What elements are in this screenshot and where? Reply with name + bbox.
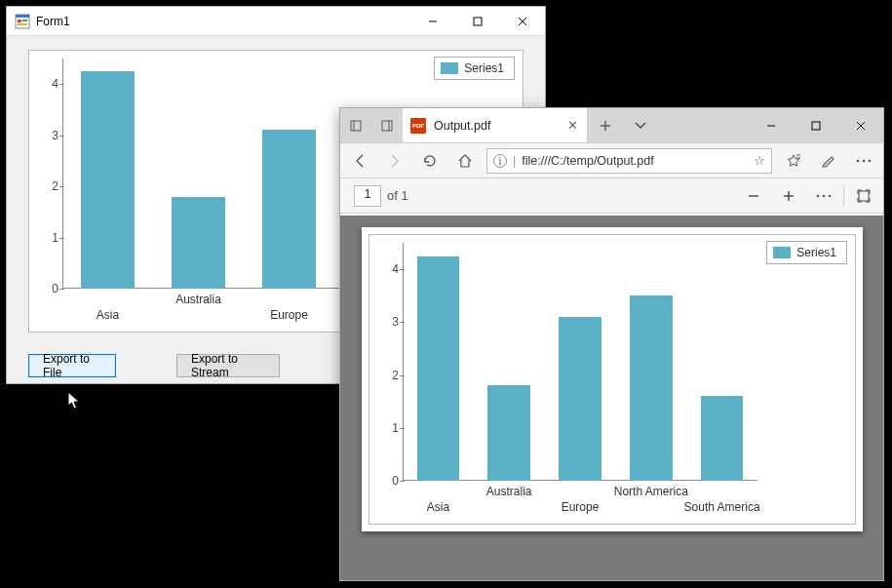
y-tick: 1 [377,421,399,435]
x-labels: AsiaAustraliaEuropeNorth AmericaSouth Am… [403,485,757,520]
zoom-in-button[interactable] [771,189,806,203]
pdf-file-icon [410,118,426,134]
fit-page-icon[interactable] [846,188,881,204]
bar [262,130,317,289]
bar [559,317,601,481]
back-button[interactable] [342,143,377,177]
y-tick: 2 [377,369,399,382]
svg-rect-2 [18,20,21,22]
chart-legend: Series1 [434,57,515,80]
chart-legend: Series1 [766,241,847,264]
notes-icon[interactable] [811,143,846,177]
url-text: file:///C:/temp/Output.pdf [522,154,748,168]
svg-rect-9 [351,121,361,131]
tab-actions-left-icon[interactable] [340,108,371,142]
bars [403,243,757,481]
y-tick: 4 [377,262,399,276]
bar [701,396,744,481]
address-bar[interactable]: i | file:///C:/temp/Output.pdf ☆ [486,148,772,174]
close-button[interactable] [500,7,545,35]
y-tick: 1 [37,231,58,245]
y-tick: 3 [37,129,58,142]
bar [630,295,673,481]
svg-rect-1 [16,15,29,18]
edge-minimize-button[interactable] [749,108,794,142]
favorites-icon[interactable] [776,143,811,177]
form1-title: Form1 [36,15,410,28]
svg-rect-30 [859,191,869,201]
bar [417,256,460,481]
x-label: Australia [175,293,221,306]
svg-point-23 [869,159,872,162]
edge-maximize-button[interactable] [794,108,838,142]
forward-button[interactable] [377,143,412,177]
svg-rect-6 [474,18,482,25]
browser-tab-strip: Output.pdf ✕ [340,108,883,143]
bar [172,197,226,289]
edge-window: Output.pdf ✕ i | file:///C:/temp/Output.… [339,107,884,581]
minimize-button[interactable] [410,7,455,35]
y-tick: 4 [37,77,58,91]
y-tick: 3 [377,315,399,329]
x-label: Australia [486,485,532,498]
form-icon [15,14,30,29]
svg-point-29 [829,194,832,197]
legend-label: Series1 [464,61,504,75]
edge-close-button[interactable] [838,108,883,142]
svg-rect-4 [18,23,27,25]
form1-titlebar[interactable]: Form1 [7,7,545,36]
legend-label: Series1 [796,246,836,259]
plot-area: 01234 [403,243,757,481]
x-label: North America [614,485,688,498]
legend-swatch-icon [441,62,458,74]
tab-actions-right-icon[interactable] [371,108,403,142]
y-tick: 0 [37,282,58,295]
svg-rect-11 [382,121,392,131]
tab-output-pdf[interactable]: Output.pdf ✕ [403,108,588,142]
refresh-button[interactable] [412,143,447,177]
x-label: Asia [427,500,449,514]
maximize-button[interactable] [455,7,500,35]
pdf-page: Series1 01234 AsiaAustraliaEuropeNorth A… [362,227,863,531]
pdf-chart: Series1 01234 AsiaAustraliaEuropeNorth A… [368,234,856,525]
x-label: Europe [270,308,308,322]
tab-dropdown-icon[interactable] [623,108,658,142]
x-label: Europe [562,500,600,514]
mouse-cursor-icon [67,391,83,412]
pdf-viewer[interactable]: Series1 01234 AsiaAustraliaEuropeNorth A… [340,216,883,580]
bar [81,71,136,289]
pdf-more-icon[interactable] [806,194,841,198]
y-tick: 2 [37,179,58,193]
tab-close-icon[interactable]: ✕ [565,119,579,132]
page-count-label: of 1 [387,188,408,203]
svg-rect-3 [22,20,27,21]
svg-point-28 [823,194,826,197]
y-tick: 0 [377,474,399,488]
export-to-stream-button[interactable]: Export to Stream [176,354,280,377]
legend-swatch-icon [773,247,791,258]
svg-point-27 [817,194,820,197]
more-icon[interactable] [846,143,881,177]
page-number-input[interactable]: 1 [354,185,381,207]
x-label: South America [684,500,760,514]
export-to-file-button[interactable]: Export to File [28,354,116,377]
home-button[interactable] [447,143,483,177]
address-bar-row: i | file:///C:/temp/Output.pdf ☆ [340,143,883,178]
site-info-icon[interactable]: i [493,154,507,168]
zoom-out-button[interactable] [736,189,771,203]
svg-rect-16 [812,122,820,130]
tab-title: Output.pdf [434,119,558,133]
x-label: Asia [97,308,119,322]
favorite-star-icon[interactable]: ☆ [754,153,765,168]
new-tab-button[interactable] [588,108,623,142]
svg-point-21 [857,159,860,162]
bar [487,385,530,481]
svg-point-22 [863,159,866,162]
pdf-toolbar: 1 of 1 [340,178,883,214]
